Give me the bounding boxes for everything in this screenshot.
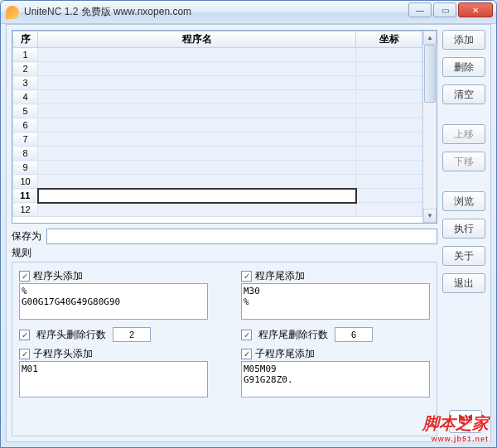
table-row[interactable]: 12 xyxy=(13,203,422,217)
app-icon xyxy=(6,6,19,19)
minimize-button[interactable]: — xyxy=(408,2,432,17)
cell-program-name[interactable] xyxy=(38,189,356,203)
rules-panel: 程序头添加 程序尾添加 xyxy=(12,262,437,436)
titlebar[interactable]: UniteNC 1.2 免费版 www.nxopen.com — ▭ ✕ xyxy=(1,1,496,24)
cell-coord[interactable] xyxy=(356,118,422,132)
row-header[interactable]: 12 xyxy=(13,203,38,217)
delete-button[interactable]: 删除 xyxy=(442,57,485,77)
table-row[interactable]: 8 xyxy=(13,147,422,161)
cell-coord[interactable] xyxy=(356,175,422,189)
head-add-checkbox[interactable] xyxy=(19,271,30,282)
logo-button[interactable] xyxy=(449,410,482,433)
sub-head-label: 子程序头添加 xyxy=(33,347,93,361)
column-header-seq[interactable]: 序 xyxy=(13,31,38,48)
add-button[interactable]: 添加 xyxy=(442,30,485,50)
row-header[interactable]: 2 xyxy=(13,62,38,76)
button-column: 添加 删除 清空 上移 下移 浏览 执行 关于 退出 xyxy=(442,25,490,441)
cell-program-name[interactable] xyxy=(38,175,356,189)
head-del-label: 程序头删除行数 xyxy=(36,328,106,342)
tail-del-checkbox[interactable] xyxy=(241,330,252,340)
cell-program-name[interactable] xyxy=(38,48,356,62)
cell-program-name[interactable] xyxy=(38,62,356,76)
row-header[interactable]: 5 xyxy=(13,104,38,118)
tail-del-input[interactable] xyxy=(335,327,373,342)
save-as-input[interactable] xyxy=(46,229,437,244)
table-row[interactable]: 10 xyxy=(13,175,422,189)
table-row[interactable]: 1 xyxy=(13,48,422,62)
table-row[interactable]: 3 xyxy=(13,76,422,90)
scroll-down-button[interactable]: ▼ xyxy=(423,209,437,223)
movedown-button[interactable]: 下移 xyxy=(442,152,485,171)
row-header[interactable]: 8 xyxy=(13,147,38,161)
row-header[interactable]: 6 xyxy=(13,118,38,132)
logo-icon xyxy=(459,416,472,427)
cell-program-name[interactable] xyxy=(38,132,356,147)
head-add-label: 程序头添加 xyxy=(33,269,83,283)
scroll-up-button[interactable]: ▲ xyxy=(423,31,437,45)
head-add-textarea[interactable] xyxy=(19,283,208,320)
tail-add-textarea[interactable] xyxy=(241,283,430,320)
clear-button[interactable]: 清空 xyxy=(442,84,485,104)
exit-button[interactable]: 退出 xyxy=(442,273,485,293)
row-header[interactable]: 10 xyxy=(13,175,38,189)
column-header-name[interactable]: 程序名 xyxy=(38,31,356,48)
table-row[interactable]: 6 xyxy=(13,118,422,132)
table-row[interactable]: 9 xyxy=(13,161,422,175)
cell-coord[interactable] xyxy=(356,161,422,175)
cell-coord[interactable] xyxy=(356,62,422,76)
cell-coord[interactable] xyxy=(356,90,422,104)
cell-program-name[interactable] xyxy=(38,90,356,104)
row-header[interactable]: 7 xyxy=(13,132,38,147)
close-button[interactable]: ✕ xyxy=(458,2,493,17)
cell-coord[interactable] xyxy=(356,203,422,217)
cell-coord[interactable] xyxy=(356,132,422,147)
about-button[interactable]: 关于 xyxy=(442,246,485,266)
rules-label: 规则 xyxy=(12,246,437,260)
table-row[interactable]: 5 xyxy=(13,104,422,118)
sub-tail-label: 子程序尾添加 xyxy=(255,347,315,361)
table-row[interactable]: 4 xyxy=(13,90,422,104)
window-title: UniteNC 1.2 免费版 www.nxopen.com xyxy=(24,5,191,19)
moveup-button[interactable]: 上移 xyxy=(442,124,485,144)
cell-coord[interactable] xyxy=(356,189,422,203)
cell-program-name[interactable] xyxy=(38,161,356,175)
cell-coord[interactable] xyxy=(356,147,422,161)
cell-program-name[interactable] xyxy=(38,118,356,132)
program-table: 序 程序名 坐标 123456789101112 ▲ xyxy=(12,30,437,224)
application-window: UniteNC 1.2 免费版 www.nxopen.com — ▭ ✕ 序 程… xyxy=(0,0,497,448)
table-row[interactable]: 7 xyxy=(13,132,422,147)
table-row[interactable]: 11 xyxy=(13,189,422,203)
execute-button[interactable]: 执行 xyxy=(442,219,485,238)
row-header[interactable]: 3 xyxy=(13,76,38,90)
client-area: 序 程序名 坐标 123456789101112 ▲ xyxy=(6,24,491,442)
head-del-checkbox[interactable] xyxy=(19,330,30,340)
scroll-track[interactable] xyxy=(423,45,437,209)
tail-add-checkbox[interactable] xyxy=(241,271,252,282)
row-header[interactable]: 4 xyxy=(13,90,38,104)
maximize-button[interactable]: ▭ xyxy=(433,2,456,17)
row-header[interactable]: 1 xyxy=(13,48,38,62)
cell-program-name[interactable] xyxy=(38,104,356,118)
tail-add-label: 程序尾添加 xyxy=(255,269,305,283)
row-header[interactable]: 9 xyxy=(13,161,38,175)
cell-coord[interactable] xyxy=(356,76,422,90)
scroll-thumb[interactable] xyxy=(424,45,436,103)
head-del-input[interactable] xyxy=(113,327,151,342)
cell-coord[interactable] xyxy=(356,104,422,118)
cell-program-name[interactable] xyxy=(38,203,356,217)
vertical-scrollbar[interactable]: ▲ ▼ xyxy=(422,31,437,223)
sub-tail-checkbox[interactable] xyxy=(241,349,252,359)
save-as-label: 保存为 xyxy=(12,229,41,243)
cell-program-name[interactable] xyxy=(38,76,356,90)
cell-coord[interactable] xyxy=(356,48,422,62)
browse-button[interactable]: 浏览 xyxy=(442,191,485,211)
tail-del-label: 程序尾删除行数 xyxy=(258,328,328,342)
sub-tail-textarea[interactable] xyxy=(241,361,430,397)
table-row[interactable]: 2 xyxy=(13,62,422,76)
column-header-coord[interactable]: 坐标 xyxy=(356,31,422,48)
cell-program-name[interactable] xyxy=(38,147,356,161)
row-header[interactable]: 11 xyxy=(13,189,38,203)
sub-head-textarea[interactable] xyxy=(19,361,208,397)
sub-head-checkbox[interactable] xyxy=(19,349,30,359)
